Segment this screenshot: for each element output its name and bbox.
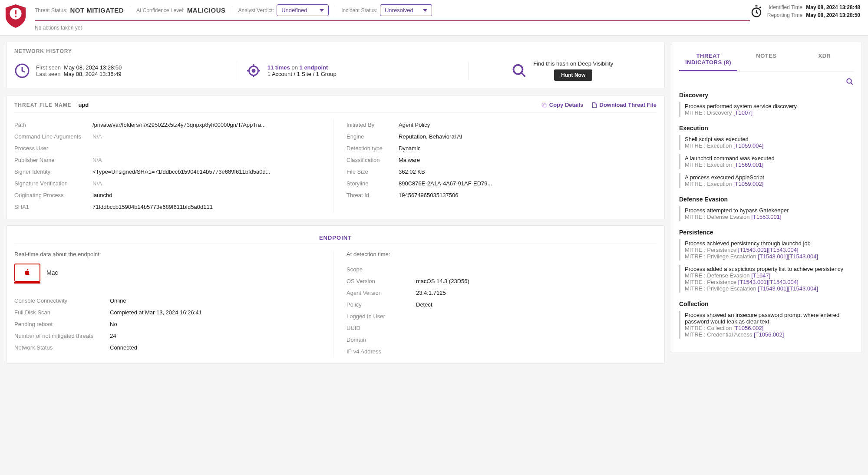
endpoint-value: macOS 14.3 (23D56) bbox=[416, 278, 469, 284]
endpoint-row: Agent Version23.4.1.7125 bbox=[347, 287, 657, 299]
svg-rect-8 bbox=[543, 104, 546, 107]
mitre-link[interactable]: [T1543.004] bbox=[788, 253, 818, 260]
target-icon bbox=[246, 63, 261, 79]
detail-row: ClassificationMalware bbox=[347, 154, 657, 166]
tab-xdr[interactable]: XDR bbox=[795, 48, 854, 71]
incident-status-dropdown[interactable]: Unresolved bbox=[380, 4, 432, 16]
detail-label: Signature Verification bbox=[14, 180, 92, 187]
indicator-description: Process added a suspicious property list… bbox=[685, 266, 854, 272]
mitre-line: MITRE : Execution [T1059.002] bbox=[685, 181, 854, 187]
tab-threat-indicators[interactable]: THREAT INDICATORS (8) bbox=[679, 48, 737, 71]
indicator-group: PersistenceProcess achieved persistency … bbox=[679, 229, 854, 293]
indicator-item: Process added a suspicious property list… bbox=[679, 265, 854, 293]
mitre-link[interactable]: [T1056.002] bbox=[754, 331, 784, 338]
endpoint-count-link[interactable]: 1 endpoint bbox=[300, 64, 328, 71]
endpoint-value: 24 bbox=[110, 333, 116, 339]
detail-row: Publisher NameN/A bbox=[14, 154, 324, 166]
detection-time-label: At detection time: bbox=[347, 251, 657, 257]
endpoint-label: UUID bbox=[347, 325, 416, 331]
endpoint-label: Number of not mitigated threats bbox=[14, 333, 110, 339]
mitre-link[interactable]: [T1553.001] bbox=[751, 214, 781, 220]
network-history-panel: NETWORK HISTORY First seen May 08, 2024 … bbox=[6, 42, 665, 89]
endpoint-value: Detect bbox=[416, 301, 432, 308]
analyst-verdict-label: Analyst Verdict: bbox=[238, 7, 274, 13]
svg-point-6 bbox=[252, 69, 255, 72]
detail-label: Detection type bbox=[347, 145, 399, 152]
endpoint-label: Agent Version bbox=[347, 290, 416, 296]
detail-row: Signer Identity<Type=Unsigned/SHA1=71fdd… bbox=[14, 166, 324, 178]
mitre-link[interactable]: [T1647] bbox=[751, 272, 770, 279]
endpoint-label: IP v4 Address bbox=[347, 348, 416, 355]
detail-row: Storyline890C876E-2A1A-4A67-91AF-ED79... bbox=[347, 178, 657, 189]
ai-confidence-label: AI Confidence Level: bbox=[136, 7, 185, 13]
endpoint-row: OS VersionmacOS 14.3 (23D56) bbox=[347, 275, 657, 287]
header-divider bbox=[35, 20, 750, 21]
mitre-link[interactable]: [T1543.004] bbox=[768, 247, 798, 253]
detail-row: Process User bbox=[14, 142, 324, 154]
mitre-line: MITRE : Defense Evasion [T1647] bbox=[685, 272, 854, 279]
endpoint-label: Full Disk Scan bbox=[14, 309, 110, 316]
mitre-link[interactable]: [T1056.002] bbox=[733, 325, 763, 331]
endpoint-row: Logged In User bbox=[347, 310, 657, 322]
search-icon[interactable] bbox=[846, 78, 854, 86]
threat-indicators-panel: THREAT INDICATORS (8) NOTES XDR Discover… bbox=[671, 42, 862, 353]
endpoint-title: ENDPOINT bbox=[14, 232, 657, 244]
detail-label: Classification bbox=[347, 157, 399, 163]
detail-label: Originating Process bbox=[14, 192, 92, 198]
endpoint-row: PolicyDetect bbox=[347, 299, 657, 310]
mitre-link[interactable]: [T1543.004] bbox=[768, 279, 798, 285]
mitre-link[interactable]: [T1543.001] bbox=[738, 247, 768, 253]
detail-value: /private/var/folders/rf/x295022x5tz4y73q… bbox=[92, 122, 266, 128]
incident-status-label: Incident Status: bbox=[341, 7, 377, 13]
svg-point-7 bbox=[514, 65, 523, 74]
detail-value: Dynamic bbox=[399, 145, 421, 152]
detail-value: launchd bbox=[92, 192, 112, 198]
tab-notes[interactable]: NOTES bbox=[737, 48, 795, 71]
detail-value: N/A bbox=[92, 180, 102, 187]
identified-time-label: Identified Time bbox=[769, 4, 802, 10]
threat-shield-icon bbox=[4, 4, 27, 29]
mitre-link[interactable]: [T1543.001] bbox=[738, 279, 768, 285]
endpoint-label: OS Version bbox=[347, 278, 416, 284]
mitre-link[interactable]: [T1543.001] bbox=[758, 253, 788, 260]
indicator-item: Process attempted to bypass GatekeeperMI… bbox=[679, 206, 854, 221]
endpoint-value: Online bbox=[110, 297, 126, 304]
detail-label: Initiated By bbox=[347, 122, 399, 128]
mitre-link[interactable]: [T1543.001] bbox=[758, 285, 788, 292]
detail-value: N/A bbox=[92, 133, 102, 140]
indicator-item: A process executed AppleScriptMITRE : Ex… bbox=[679, 173, 854, 188]
detail-row: Command Line ArgumentsN/A bbox=[14, 131, 324, 142]
detail-value: <Type=Unsigned/SHA1=71fddbccb15904b14b57… bbox=[92, 168, 271, 175]
detail-value: Agent Policy bbox=[399, 122, 430, 128]
indicator-category: Persistence bbox=[679, 229, 854, 236]
mitre-link[interactable]: [T1059.002] bbox=[733, 181, 763, 187]
last-seen-value: May 08, 2024 13:36:49 bbox=[64, 71, 122, 77]
mitre-link[interactable]: [T1543.004] bbox=[788, 285, 818, 292]
endpoint-label: Domain bbox=[347, 336, 416, 343]
mitre-link[interactable]: [T1569.001] bbox=[733, 162, 763, 168]
mitre-link[interactable]: [T1007] bbox=[733, 109, 752, 116]
copy-details-button[interactable]: Copy Details bbox=[541, 102, 584, 108]
detail-row: Initiated ByAgent Policy bbox=[347, 119, 657, 131]
analyst-verdict-dropdown[interactable]: Undefined bbox=[277, 4, 329, 16]
detail-label: Publisher Name bbox=[14, 157, 92, 163]
indicator-group: CollectionProcess showed an insecure pas… bbox=[679, 300, 854, 339]
endpoint-value: 23.4.1.7125 bbox=[416, 290, 446, 296]
indicator-category: Collection bbox=[679, 300, 854, 307]
indicator-description: Process attempted to bypass Gatekeeper bbox=[685, 207, 854, 214]
indicator-item: A launchctl command was executedMITRE : … bbox=[679, 154, 854, 169]
endpoint-row: IP v4 Address bbox=[347, 346, 657, 357]
hunt-now-button[interactable]: Hunt Now bbox=[554, 69, 592, 81]
detail-label: SHA1 bbox=[14, 204, 92, 210]
detail-row: Signature VerificationN/A bbox=[14, 178, 324, 189]
file-icon bbox=[591, 102, 597, 108]
mitre-link[interactable]: [T1059.004] bbox=[733, 142, 763, 149]
threat-file-title: THREAT FILE NAME bbox=[14, 102, 72, 108]
mitre-line: MITRE : Credential Access [T1056.002] bbox=[685, 331, 854, 338]
indicator-description: Process showed an insecure password prom… bbox=[685, 312, 854, 325]
mitre-line: MITRE : Collection [T1056.002] bbox=[685, 325, 854, 331]
seen-times-link[interactable]: 11 times bbox=[267, 64, 290, 71]
download-threat-file-button[interactable]: Download Threat File bbox=[591, 102, 657, 108]
indicator-description: A launchctl command was executed bbox=[685, 155, 854, 162]
endpoint-value: No bbox=[110, 321, 117, 327]
